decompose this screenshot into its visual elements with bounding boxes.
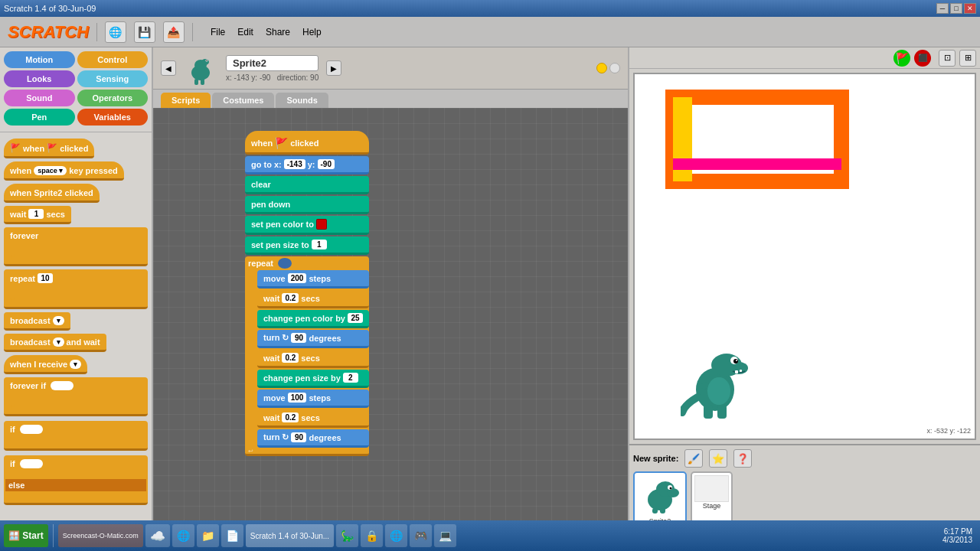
- category-pen[interactable]: Pen: [4, 109, 75, 126]
- script-changepensize[interactable]: change pen size by 2: [257, 370, 369, 388]
- if-else-condition[interactable]: [20, 459, 43, 468]
- paint-sprite-button[interactable]: 🖌️: [684, 449, 703, 468]
- taskbar-prog4[interactable]: 🎮: [410, 524, 432, 547]
- taskbar-ie[interactable]: 🌐: [172, 524, 194, 547]
- green-flag-button[interactable]: 🚩: [893, 50, 910, 67]
- stop-button[interactable]: ⬛: [914, 50, 931, 67]
- left-panel: Motion Control Looks Sensing Sound Opera…: [0, 47, 153, 551]
- flag-icon-1b: 🚩: [47, 143, 57, 153]
- category-motion[interactable]: Motion: [4, 51, 75, 68]
- pen-color-swatch[interactable]: [316, 219, 327, 230]
- stage-toolbar: 🚩 ⬛ ⊡ ⊞: [629, 47, 980, 69]
- minimize-button[interactable]: ─: [936, 3, 949, 14]
- taskbar-prog5[interactable]: 💻: [434, 524, 456, 547]
- stage-mode-small[interactable]: ⊡: [939, 50, 956, 67]
- script-turn1[interactable]: turn ↻ 90 degrees: [257, 330, 369, 348]
- taskbar-prog2[interactable]: 🔒: [361, 524, 383, 547]
- script-wait2[interactable]: wait 0.2 secs: [257, 350, 369, 368]
- category-sound[interactable]: Sound: [4, 90, 75, 106]
- camera-sprite-button[interactable]: ❓: [733, 449, 752, 468]
- block-sprite-clicked[interactable]: when Sprite2 clicked: [4, 184, 100, 203]
- taskbar-weather[interactable]: ☁️: [145, 524, 170, 547]
- script-turn2[interactable]: turn ↻ 90 degrees: [257, 429, 369, 448]
- taskbar-prog1[interactable]: 🦕: [336, 524, 358, 547]
- block-broadcast[interactable]: broadcast ▾: [4, 312, 70, 331]
- sprite2-thumbnail: [639, 475, 681, 517]
- svg-point-4: [206, 60, 207, 61]
- menu-file[interactable]: File: [204, 25, 231, 39]
- repeat-count[interactable]: 10: [38, 273, 53, 283]
- broadcast-input[interactable]: ▾: [53, 316, 64, 325]
- block-key-pressed[interactable]: when space ▾ key pressed: [4, 161, 124, 181]
- if-condition[interactable]: [20, 425, 43, 434]
- key-input[interactable]: space ▾: [34, 166, 67, 175]
- nav-next-button[interactable]: ▶: [326, 60, 341, 76]
- broadcast-wait-input[interactable]: ▾: [53, 337, 64, 347]
- category-variables[interactable]: Variables: [77, 109, 149, 126]
- block-if[interactable]: if: [4, 421, 148, 451]
- repeat-header: repeat: [245, 256, 369, 270]
- tab-scripts[interactable]: Scripts: [161, 93, 211, 108]
- title-bar: Scratch 1.4 of 30-Jun-09 ─ □ ✕: [0, 0, 980, 17]
- script-repeat-block[interactable]: repeat move 200 steps: [245, 256, 369, 456]
- close-button[interactable]: ✕: [964, 3, 976, 14]
- block-if-else[interactable]: if else: [4, 455, 148, 505]
- taskbar-notepad[interactable]: 📄: [221, 524, 243, 547]
- script-wait3[interactable]: wait 0.2 secs: [257, 409, 369, 428]
- star-sprite-button[interactable]: ⭐: [709, 449, 727, 468]
- block-wait[interactable]: wait 1 secs: [4, 206, 71, 224]
- receive-input[interactable]: ▾: [70, 360, 81, 369]
- scripts-canvas[interactable]: when 🚩 clicked go to x: -143 y: -90 clea…: [153, 108, 628, 551]
- block-repeat[interactable]: repeat 10 ↩: [4, 269, 148, 309]
- sprite-indicator-gray: [609, 63, 620, 73]
- block-forever-if[interactable]: forever if ↩: [4, 377, 148, 416]
- scratch-logo: SCRATCH: [8, 22, 89, 42]
- menu-help[interactable]: Help: [296, 25, 328, 39]
- wait-input[interactable]: 1: [28, 209, 44, 219]
- block-broadcast-wait[interactable]: broadcast ▾ and wait: [4, 334, 106, 352]
- category-looks[interactable]: Looks: [4, 70, 75, 87]
- menu-edit[interactable]: Edit: [231, 25, 260, 39]
- category-control[interactable]: Control: [77, 51, 149, 68]
- svg-rect-28: [660, 508, 665, 514]
- block-forever[interactable]: forever ↩: [4, 227, 148, 266]
- category-sensing[interactable]: Sensing: [77, 70, 149, 87]
- clock-time: 6:17 PM: [942, 527, 972, 536]
- globe-button[interactable]: 🌐: [105, 21, 126, 43]
- taskbar-scratch-active[interactable]: Scratch 1.4 of 30-Jun...: [246, 524, 334, 547]
- tab-sounds[interactable]: Sounds: [276, 93, 328, 108]
- script-hat-clicked[interactable]: when 🚩 clicked: [245, 131, 369, 155]
- new-sprite-label: New sprite:: [633, 454, 678, 463]
- script-wait1[interactable]: wait 0.2 secs: [257, 290, 369, 308]
- taskbar-start[interactable]: 🪟 Start: [4, 524, 48, 547]
- forever-if-condition[interactable]: [51, 381, 74, 390]
- script-move200[interactable]: move 200 steps: [257, 270, 369, 289]
- sprite-header: ◀ Sprite2 x: -: [153, 47, 628, 90]
- svg-point-26: [669, 487, 671, 490]
- block-forever-container: forever ↩: [4, 227, 148, 266]
- script-setpensize[interactable]: set pen size to 1: [245, 236, 369, 255]
- stage-sprite: [681, 336, 757, 423]
- share-button[interactable]: 📤: [163, 21, 185, 43]
- screencast-item[interactable]: Screencast-O-Matic.com: [58, 524, 143, 547]
- stage-mode-full[interactable]: ⊞: [959, 50, 976, 67]
- sprite-name[interactable]: Sprite2: [226, 55, 318, 71]
- script-changepencolor[interactable]: change pen color by 25: [257, 310, 369, 328]
- block-if-container: if: [4, 421, 148, 451]
- menu-share[interactable]: Share: [260, 25, 296, 39]
- toolbar-sep-1: [96, 23, 97, 41]
- block-when-clicked-1[interactable]: 🚩 when 🚩 clicked: [4, 139, 94, 158]
- nav-prev-button[interactable]: ◀: [161, 60, 176, 76]
- tab-costumes[interactable]: Costumes: [212, 93, 274, 108]
- taskbar-prog3[interactable]: 🌐: [385, 524, 407, 547]
- category-operators[interactable]: Operators: [77, 90, 149, 106]
- script-clear[interactable]: clear: [245, 176, 369, 194]
- script-goto[interactable]: go to x: -143 y: -90: [245, 156, 369, 174]
- save-button[interactable]: 💾: [134, 21, 155, 43]
- taskbar-explorer[interactable]: 📁: [197, 524, 219, 547]
- script-setpencolor[interactable]: set pen color to: [245, 216, 369, 235]
- maximize-button[interactable]: □: [950, 3, 962, 14]
- script-pendown[interactable]: pen down: [245, 196, 369, 214]
- script-move100[interactable]: move 100 steps: [257, 390, 369, 408]
- block-receive[interactable]: when I receive ▾: [4, 355, 87, 374]
